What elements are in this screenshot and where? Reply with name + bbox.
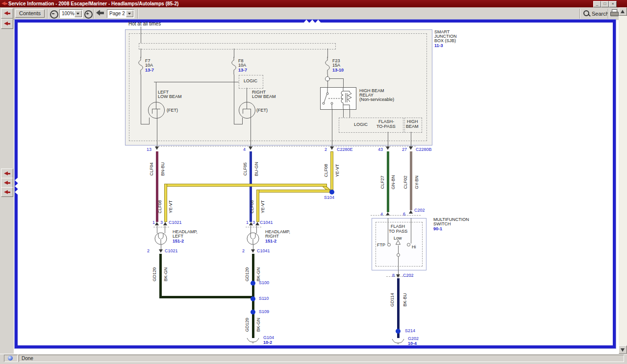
mfs-page-ref[interactable]: 90-1	[433, 226, 442, 231]
pin-arrow	[330, 146, 334, 150]
red-arrow-tail	[8, 13, 10, 14]
red-arrow-icon	[4, 181, 8, 185]
lamp-right-pin1: 1	[246, 220, 249, 225]
connector-c1041-bottom[interactable]: C1041	[257, 248, 270, 253]
scrollbar-up-button[interactable]	[619, 7, 627, 16]
sidebar-nav-button[interactable]	[1, 178, 13, 188]
ground-g104-page-ref[interactable]: 10-2	[263, 340, 272, 345]
wire-label-gn-bn: GN-BN	[391, 175, 396, 190]
fet-left-stem	[156, 102, 156, 109]
red-arrow-icon	[4, 190, 8, 194]
fuse3-page-ref[interactable]: 13-10	[332, 68, 344, 73]
pin-arrow	[409, 210, 413, 214]
fuse2-page-ref[interactable]: 13-7	[238, 68, 247, 73]
search-button[interactable]: Search	[582, 9, 607, 19]
ground-g104-label[interactable]: G104	[263, 335, 274, 340]
sidebar-nav-button[interactable]	[1, 187, 13, 197]
connector-c202-top[interactable]: C202	[414, 208, 425, 213]
sidebar-nav-button[interactable]	[1, 169, 13, 178]
connector-c1021-top[interactable]: C1021	[169, 220, 182, 225]
zoom-level-combo[interactable]: 100%	[59, 9, 83, 18]
wire-label-ye-vt-branch1: YE-VT	[168, 200, 173, 214]
mfs-pole-line1	[398, 245, 399, 253]
relay-coil-feed-v	[343, 78, 344, 87]
ground-g202-page-ref[interactable]: 10-4	[408, 341, 417, 346]
connector-c1041-top[interactable]: C1041	[260, 220, 273, 225]
wire-label-clf02: CLF02	[403, 175, 408, 189]
sidebar-nav-button[interactable]	[1, 8, 13, 19]
wire-label-clf08: CLF08	[324, 164, 328, 177]
splice-s104	[329, 190, 334, 194]
print-button[interactable]	[610, 9, 618, 17]
wire-label-ye-vt-branch2: YE-VT	[260, 200, 265, 214]
page-continues-notch	[15, 183, 18, 189]
back-button[interactable]	[96, 10, 104, 16]
wire-clf08-branch1-h	[164, 184, 327, 187]
pin-arrow	[159, 249, 163, 253]
pin-4: 4	[243, 147, 246, 152]
wire-clf08-branch1-v	[164, 184, 167, 222]
lamp-right-pin3: 3	[252, 220, 255, 225]
page-combo-dropdown-button[interactable]	[126, 10, 133, 17]
wire-label-gd120-left: GD120	[152, 267, 157, 282]
contents-button[interactable]: Contents	[15, 9, 45, 18]
fet-right-label-2: LOW BEAM	[252, 94, 276, 99]
ground-g202-label[interactable]: G202	[408, 336, 419, 341]
wire-label-bn-bu: BN-BU	[160, 162, 165, 176]
close-button[interactable]: ×	[609, 1, 617, 7]
connector-c202-bottom[interactable]: C202	[403, 273, 414, 278]
pin-arrow	[155, 146, 159, 150]
splice-s109	[251, 310, 255, 315]
splice-s109-label[interactable]: S109	[259, 309, 269, 314]
minus-glyph	[52, 13, 54, 14]
wire-label-clf08-branch1: CLF08	[157, 200, 162, 213]
fuse2-amp: 10A	[238, 63, 246, 68]
chevron-down-icon	[128, 13, 131, 15]
minimize-button[interactable]: _	[593, 1, 601, 7]
toolbar-separator	[608, 9, 609, 19]
splice-s110-label[interactable]: S110	[259, 296, 269, 301]
splice-s214-label[interactable]: S214	[405, 328, 415, 333]
fuse-symbol	[138, 57, 144, 74]
connector-c2280e[interactable]: C2280E	[337, 147, 353, 152]
connector-c2280b[interactable]: C2280B	[416, 147, 432, 152]
connector-c1021-bottom[interactable]: C1021	[165, 248, 178, 253]
toolbar-separator	[137, 9, 138, 19]
maximize-button[interactable]: □	[601, 1, 609, 7]
zoom-in-button[interactable]	[84, 10, 93, 19]
fuse1-page-ref[interactable]: 13-7	[145, 68, 154, 73]
fet-right-out	[251, 118, 251, 146]
high-beam-out	[411, 132, 411, 146]
back-arrow-tail	[100, 12, 104, 14]
page-combo[interactable]: Page 2	[107, 9, 134, 18]
red-arrow-icon	[4, 171, 8, 175]
c1021-dashed	[153, 227, 169, 227]
splice-s110	[251, 296, 255, 301]
mfs-label-2: SWITCH	[433, 221, 451, 226]
splice-s104-label[interactable]: S104	[324, 195, 334, 200]
sidebar-nav-button[interactable]	[1, 19, 13, 29]
splice-s100-label[interactable]: S100	[259, 280, 269, 285]
splice-s214	[396, 329, 401, 334]
zoom-out-button[interactable]	[50, 10, 58, 19]
high-beam-label-1: HIGH	[407, 119, 418, 124]
sjb-page-ref[interactable]: 11-3	[434, 43, 443, 48]
flash-to-pass-label-2: TO-PASS	[376, 124, 396, 129]
scrollbar-down-button[interactable]	[619, 345, 627, 354]
relay-common-out	[332, 109, 332, 146]
fet-left-leg2	[157, 109, 157, 118]
headlamp-left-page-ref[interactable]: 151-2	[173, 239, 184, 243]
wire-label-gy-bn: GY-BN	[414, 175, 419, 189]
plus-glyph-v	[87, 12, 88, 15]
flash-to-pass-out	[388, 132, 388, 146]
headlamp-right-label-2: RIGHT	[265, 234, 279, 239]
zoom-combo-dropdown-button[interactable]	[75, 10, 82, 17]
mfs-flash-label-2: TO PASS	[389, 229, 407, 234]
fet-left-in-v	[149, 118, 150, 124]
vertical-scrollbar[interactable]	[619, 7, 627, 354]
lamp-left-pin2: 2	[147, 248, 150, 253]
wire-clf02-gy-bn	[410, 151, 412, 210]
fet-right-gate	[247, 88, 247, 102]
headlamp-right-page-ref[interactable]: 151-2	[265, 239, 276, 243]
mfs-hi-label: Hi	[412, 244, 416, 249]
